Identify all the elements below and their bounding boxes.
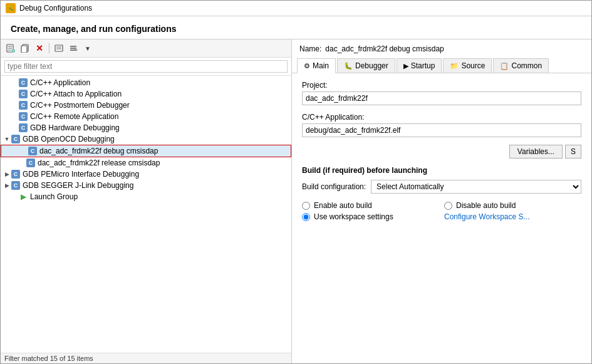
tree-area: C C/C++ Application C C/C++ Attach to Ap… <box>1 76 291 353</box>
c-icon: C <box>18 112 28 122</box>
expand-arrow-openocd[interactable]: ▼ <box>3 135 11 143</box>
tab-startup[interactable]: ▶ Startup <box>397 58 442 73</box>
name-label: Name: <box>299 44 321 53</box>
workspace-settings-label: Use workspace settings <box>314 212 393 221</box>
variables-button[interactable]: Variables... <box>509 145 563 159</box>
collapse-button[interactable] <box>67 42 80 55</box>
button-row: Variables... S <box>302 145 581 159</box>
filter-container <box>1 58 291 76</box>
status-bar: Filter matched 15 of 15 items <box>1 353 291 363</box>
c-icon: C <box>11 169 21 179</box>
c-icon: C <box>11 180 21 190</box>
build-section-label: Build (if required) before launching <box>302 166 581 175</box>
item-label: GDB SEGGER J-Link Debugging <box>23 181 133 190</box>
search-button[interactable]: S <box>565 145 581 159</box>
panel-content: Project: C/C++ Application: Variables...… <box>292 73 591 363</box>
build-config-row: Build configuration: Select Automaticall… <box>302 180 581 194</box>
tab-startup-label: Startup <box>411 61 435 70</box>
c-icon: C <box>11 134 21 144</box>
svg-rect-8 <box>21 46 27 53</box>
debugger-tab-icon: 🐛 <box>344 62 353 70</box>
workspace-settings-radio[interactable] <box>302 213 310 221</box>
item-label: C/C++ Postmortem Debugger <box>30 101 130 110</box>
common-tab-icon: 📋 <box>500 62 509 70</box>
svg-rect-9 <box>55 45 63 51</box>
project-field-group: Project: <box>302 81 581 105</box>
page-header: Create, manage, and run configurations <box>1 16 591 39</box>
tree-item-gdb-openocd[interactable]: ▼ C GDB OpenOCD Debugging <box>1 133 291 145</box>
tab-main[interactable]: ⚙ Main <box>297 58 336 73</box>
item-label: C/C++ Application <box>30 78 90 87</box>
tab-debugger[interactable]: 🐛 Debugger <box>337 58 395 73</box>
main-content: ✕ ▼ <box>1 39 591 363</box>
status-text: Filter matched 15 of 15 items <box>4 355 93 362</box>
project-input[interactable] <box>302 91 581 105</box>
tab-source-label: Source <box>461 61 485 70</box>
main-tab-icon: ⚙ <box>304 62 310 70</box>
tree-item-dac-debug[interactable]: C dac_adc_frdmk22f debug cmsisdap <box>1 145 291 157</box>
new-config-button[interactable] <box>4 42 17 55</box>
left-toolbar: ✕ ▼ <box>1 39 291 58</box>
tree-item-launch-group[interactable]: ▶ Launch Group <box>1 191 291 202</box>
tab-debugger-label: Debugger <box>355 61 388 70</box>
tree-item-gdb-segger[interactable]: ▶ C GDB SEGGER J-Link Debugging <box>1 180 291 191</box>
item-label: C/C++ Attach to Application <box>30 90 122 98</box>
item-label: GDB PEMicro Interface Debugging <box>23 170 139 179</box>
c-icon: C <box>18 89 28 99</box>
item-label: dac_adc_frdmk22f debug cmsisdap <box>39 147 158 155</box>
app-input[interactable] <box>302 123 581 137</box>
right-panel: Name: dac_adc_frdmk22f debug cmsisdap ⚙ … <box>292 39 591 363</box>
tab-common[interactable]: 📋 Common <box>493 58 549 73</box>
tree-item-gdb-hardware[interactable]: C GDB Hardware Debugging <box>1 122 291 133</box>
enable-auto-build-radio[interactable] <box>302 202 310 210</box>
expand-arrow-segger[interactable]: ▶ <box>3 182 11 189</box>
enable-auto-build-label: Enable auto build <box>314 201 372 210</box>
tab-main-label: Main <box>313 61 329 70</box>
tree-item-c-cpp-remote[interactable]: C C/C++ Remote Application <box>1 111 291 122</box>
tree-item-c-cpp-app[interactable]: C C/C++ Application <box>1 77 291 88</box>
item-label: dac_adc_frdmk22f release cmsisdap <box>38 159 160 167</box>
window-icon: 🐛 <box>6 3 16 13</box>
configure-workspace-link[interactable]: Configure Workspace S... <box>444 212 530 221</box>
tree-item-c-cpp-attach[interactable]: C C/C++ Attach to Application <box>1 88 291 100</box>
item-label: GDB OpenOCD Debugging <box>23 135 115 143</box>
tabs-bar: ⚙ Main 🐛 Debugger ▶ Startup 📁 Source 📋 <box>292 58 591 73</box>
tab-source[interactable]: 📁 Source <box>443 58 492 73</box>
radio-workspace-settings: Use workspace settings <box>302 212 439 221</box>
page-title: Create, manage, and run configurations <box>11 24 177 34</box>
duplicate-button[interactable] <box>19 42 31 55</box>
filter-input[interactable] <box>4 60 288 73</box>
left-panel: ✕ ▼ <box>1 39 292 363</box>
c-icon: C <box>18 78 28 88</box>
project-label: Project: <box>302 81 581 90</box>
c-icon: C <box>18 123 28 133</box>
c-icon: C <box>26 158 36 168</box>
app-label: C/C++ Application: <box>302 113 581 122</box>
c-icon: C <box>18 100 28 110</box>
startup-tab-icon: ▶ <box>403 62 408 70</box>
window-title: Debug Configurations <box>19 4 92 13</box>
tree-item-dac-release[interactable]: C dac_adc_frdmk22f release cmsisdap <box>1 157 291 169</box>
disable-auto-build-radio[interactable] <box>444 202 452 210</box>
tab-common-label: Common <box>511 61 542 70</box>
expand-arrow-pemicro[interactable]: ▶ <box>3 170 11 178</box>
arrow-icon: ▶ <box>18 192 28 202</box>
item-label: Launch Group <box>30 192 78 201</box>
filter-button[interactable] <box>53 42 65 55</box>
dropdown-button[interactable]: ▼ <box>81 42 94 55</box>
debug-configurations-window: 🐛 Debug Configurations Create, manage, a… <box>0 0 592 364</box>
tree-item-c-cpp-postmortem[interactable]: C C/C++ Postmortem Debugger <box>1 100 291 111</box>
app-field-group: C/C++ Application: <box>302 113 581 137</box>
item-label: C/C++ Remote Application <box>30 112 118 121</box>
build-config-select[interactable]: Select Automatically <box>371 180 581 194</box>
radio-disable-auto-build: Disable auto build <box>444 201 581 210</box>
title-bar: 🐛 Debug Configurations <box>1 1 591 16</box>
source-tab-icon: 📁 <box>450 62 459 70</box>
delete-button[interactable]: ✕ <box>33 42 46 55</box>
tree-item-gdb-pemicro[interactable]: ▶ C GDB PEMicro Interface Debugging <box>1 169 291 180</box>
item-label: GDB Hardware Debugging <box>30 123 120 132</box>
name-row: Name: dac_adc_frdmk22f debug cmsisdap <box>292 39 591 58</box>
separator <box>49 43 49 53</box>
build-config-label: Build configuration: <box>302 182 366 191</box>
c-icon: C <box>28 146 38 156</box>
